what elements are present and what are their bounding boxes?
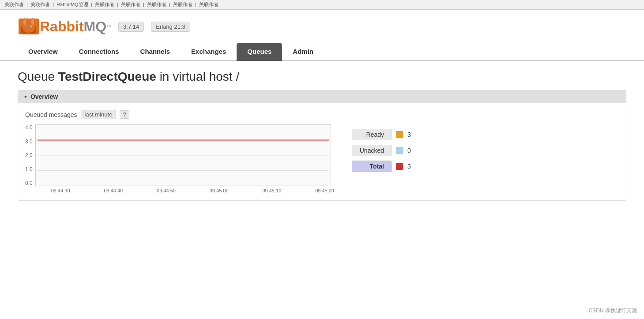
chart-container: 4.0 3.0 2.0 1.0 0.0 xyxy=(25,124,619,193)
legend-ready-color xyxy=(396,131,403,138)
nav-connections[interactable]: Connections xyxy=(68,43,130,61)
svg-point-9 xyxy=(26,26,27,27)
title-prefix: Queue xyxy=(18,70,58,83)
collapse-triangle-icon: ▼ xyxy=(23,94,28,99)
chart-svg xyxy=(35,124,331,186)
erlang-badge: Erlang 21.3 xyxy=(151,22,190,32)
overview-section-body: Queued messages last minute ? 4.0 3.0 2.… xyxy=(18,103,626,200)
legend-unacked-value: 0 xyxy=(407,147,411,154)
x-label-5: 09:45:20 xyxy=(315,188,334,193)
title-queue: TestDirectQueue xyxy=(58,70,156,83)
logo-mq-text: MQ xyxy=(84,19,107,35)
main-content: Queue TestDirectQueue in virtual host / … xyxy=(0,61,644,217)
svg-point-5 xyxy=(31,19,34,25)
nav-overview[interactable]: Overview xyxy=(18,43,68,61)
y-label-1: 1.0 xyxy=(25,166,33,173)
y-label-2: 2.0 xyxy=(25,152,33,158)
svg-point-4 xyxy=(23,19,26,25)
legend-unacked-row: Unacked 0 xyxy=(352,145,440,156)
browser-bar: 关联作者 | 关联作者 | RabbitMQ管理 | 关联作者 | 关联作者 |… xyxy=(0,0,644,10)
legend-unacked-color xyxy=(396,147,403,154)
x-label-4: 09:45:10 xyxy=(262,188,281,193)
browser-tab-labels: 关联作者 | 关联作者 | RabbitMQ管理 | 关联作者 | 关联作者 |… xyxy=(4,1,218,8)
legend-total-value: 3 xyxy=(407,163,411,170)
nav-admin[interactable]: Admin xyxy=(282,43,324,61)
legend-ready-row: Ready 3 xyxy=(352,129,440,140)
help-badge[interactable]: ? xyxy=(120,110,129,119)
overview-section-label: Overview xyxy=(30,93,58,100)
x-label-0: 09:44:30 xyxy=(51,188,70,193)
y-label-3: 3.0 xyxy=(25,139,33,145)
rabbit-icon xyxy=(18,18,40,35)
legend-total-color xyxy=(396,163,403,170)
y-label-4: 4.0 xyxy=(25,124,33,131)
overview-section-header[interactable]: ▼ Overview xyxy=(18,90,626,103)
time-range-badge[interactable]: last minute xyxy=(81,110,117,119)
chart-svg-container: 09:44:30 09:44:40 09:44:50 09:45:00 09:4… xyxy=(35,124,334,193)
chart-wrap: 4.0 3.0 2.0 1.0 0.0 xyxy=(25,124,334,193)
logo-tm: ™ xyxy=(106,24,111,29)
y-label-0: 0.0 xyxy=(25,180,33,186)
queued-messages-label: Queued messages xyxy=(25,111,77,118)
page-title: Queue TestDirectQueue in virtual host / xyxy=(18,70,626,84)
title-suffix: in virtual host / xyxy=(156,70,239,83)
rabbitmq-logo: RabbitMQ™ xyxy=(18,18,111,35)
x-axis: 09:44:30 09:44:40 09:44:50 09:45:00 09:4… xyxy=(35,188,334,193)
chart-label-row: Queued messages last minute ? xyxy=(25,110,619,119)
nav-queues[interactable]: Queues xyxy=(237,43,282,61)
legend-total-row: Total 3 xyxy=(352,161,440,172)
x-label-1: 09:44:40 xyxy=(104,188,123,193)
x-label-2: 09:44:50 xyxy=(157,188,176,193)
y-axis: 4.0 3.0 2.0 1.0 0.0 xyxy=(25,124,35,186)
legend-ready-label: Ready xyxy=(352,129,392,140)
legend-ready-value: 3 xyxy=(407,131,411,138)
main-nav: Overview Connections Channels Exchanges … xyxy=(0,43,644,61)
legend-unacked-label: Unacked xyxy=(352,145,392,156)
nav-channels[interactable]: Channels xyxy=(130,43,181,61)
overview-panel: ▼ Overview Queued messages last minute ?… xyxy=(18,90,626,201)
legend-total-label: Total xyxy=(352,161,392,172)
svg-point-10 xyxy=(30,26,31,27)
svg-point-6 xyxy=(23,24,35,33)
logo-area: RabbitMQ™ 3.7.14 Erlang 21.3 xyxy=(18,18,626,35)
nav-exchanges[interactable]: Exchanges xyxy=(181,43,237,61)
version-badge: 3.7.14 xyxy=(118,22,144,32)
x-label-3: 09:45:00 xyxy=(210,188,229,193)
header: RabbitMQ™ 3.7.14 Erlang 21.3 xyxy=(0,10,644,35)
logo-rabbit-text: Rabbit xyxy=(40,19,84,35)
chart-legend: Ready 3 Unacked 0 Total 3 xyxy=(352,129,440,172)
